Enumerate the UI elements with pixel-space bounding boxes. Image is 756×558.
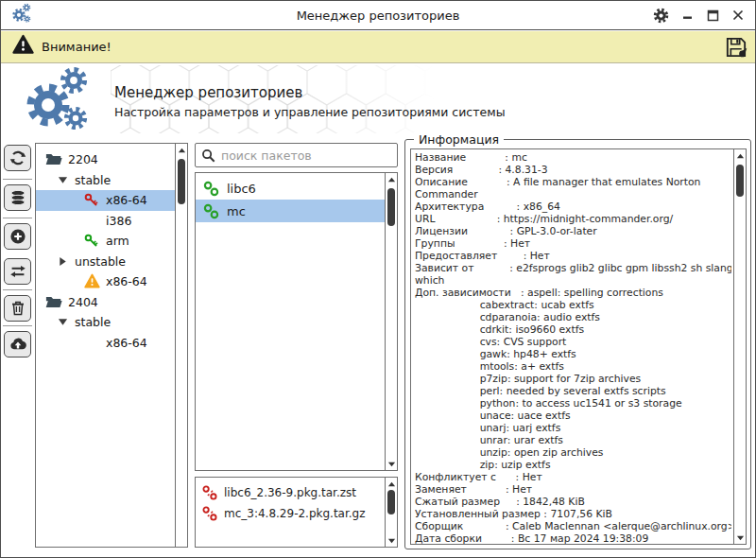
chain-link-icon xyxy=(203,203,219,219)
package-file-list: libc6_2.36-9.pkg.tar.zst mc_3:4.8.29-2.p… xyxy=(195,477,398,548)
add-icon xyxy=(9,228,26,245)
key-red-icon xyxy=(83,193,100,208)
tree-item-2204[interactable]: 2204 xyxy=(36,149,175,170)
upload-button[interactable] xyxy=(4,331,31,357)
package-search xyxy=(195,143,398,167)
info-group: Информация Название : mc Версия : 4.8.31… xyxy=(404,139,751,549)
minimize-button[interactable] xyxy=(682,9,694,21)
refresh-button[interactable] xyxy=(4,145,31,171)
scroll-up-arrow[interactable] xyxy=(734,150,746,162)
folder-open-icon xyxy=(45,294,62,309)
header: Менеджер репозиториев Настройка параметр… xyxy=(1,63,755,135)
repository-tree: 2204 stable x86-64 i386 arm unstable x86… xyxy=(35,143,188,548)
package-list: libc6 mc xyxy=(195,172,398,471)
tree-item-unstable[interactable]: unstable xyxy=(36,252,175,272)
scroll-thumb[interactable] xyxy=(387,188,395,226)
scroll-up-arrow[interactable] xyxy=(386,479,397,490)
key-green-icon xyxy=(83,234,100,249)
transfer-icon xyxy=(9,263,26,280)
caret-right-icon[interactable] xyxy=(57,255,68,267)
toolbar-separator xyxy=(3,179,32,180)
warning-label: Внимание! xyxy=(42,40,112,54)
scroll-down-arrow[interactable] xyxy=(386,534,397,546)
tree-item-x86-64-warn[interactable]: x86-64 xyxy=(36,271,175,292)
tree-item-stable[interactable]: stable xyxy=(36,170,175,191)
folder-open-icon xyxy=(45,152,62,167)
scroll-thumb[interactable] xyxy=(736,165,744,197)
tree-item-2404[interactable]: 2404 xyxy=(36,292,175,313)
tree-item-x86-64[interactable]: x86-64 xyxy=(36,190,175,211)
broken-link-icon xyxy=(202,485,217,500)
info-scrollbar xyxy=(733,149,746,544)
search-icon xyxy=(201,148,215,163)
settings-gear-icon[interactable] xyxy=(653,8,669,24)
broken-link-icon xyxy=(202,506,217,521)
package-item-mc[interactable]: mc xyxy=(196,200,385,222)
upload-icon xyxy=(9,336,26,353)
close-button[interactable] xyxy=(732,9,744,21)
maximize-button[interactable] xyxy=(707,9,719,22)
page-subtitle: Настройка параметров и управление репози… xyxy=(114,105,506,119)
transfer-button[interactable] xyxy=(4,258,31,285)
tree-item-i386[interactable]: i386 xyxy=(36,211,175,232)
tree-item-stable-2404[interactable]: stable xyxy=(36,312,175,333)
warning-triangle-icon xyxy=(12,34,34,60)
toolbar-separator xyxy=(3,289,32,290)
info-group-legend: Информация xyxy=(414,132,504,147)
file-item-mc[interactable]: mc_3:4.8.29-2.pkg.tar.gz xyxy=(196,503,385,524)
add-button[interactable] xyxy=(4,223,31,250)
tree-scrollbar xyxy=(175,144,187,547)
file-item-libc6[interactable]: libc6_2.36-9.pkg.tar.zst xyxy=(196,482,385,503)
scroll-down-arrow[interactable] xyxy=(386,458,397,469)
app-window: Менеджер репозиториев Внимание! xyxy=(0,0,756,558)
warning-bar: Внимание! xyxy=(1,31,755,63)
save-icon[interactable] xyxy=(725,36,747,59)
tree-item-arm[interactable]: arm xyxy=(36,231,175,252)
trash-icon xyxy=(9,300,26,317)
logo-gears-icon xyxy=(18,67,99,137)
scroll-up-arrow[interactable] xyxy=(386,174,397,185)
database-button[interactable] xyxy=(4,184,31,211)
scroll-thumb[interactable] xyxy=(387,490,395,514)
package-list-scrollbar xyxy=(385,173,397,470)
package-item-libc6[interactable]: libc6 xyxy=(196,177,385,200)
info-text-view: Название : mc Версия : 4.8.31-3 Описание… xyxy=(410,148,747,545)
file-list-scrollbar xyxy=(385,478,397,547)
caret-down-icon[interactable] xyxy=(57,317,68,328)
titlebar: Менеджер репозиториев xyxy=(1,1,755,30)
scroll-up-arrow[interactable] xyxy=(176,145,187,156)
database-icon xyxy=(9,189,26,206)
scroll-thumb[interactable] xyxy=(178,159,185,204)
delete-button[interactable] xyxy=(4,295,31,322)
toolbar-separator xyxy=(3,218,32,218)
package-info: Название : mc Версия : 4.8.31-3 Описание… xyxy=(415,151,731,544)
search-input[interactable] xyxy=(221,148,391,163)
app-gears-icon xyxy=(10,2,33,28)
chain-link-icon xyxy=(203,181,219,197)
page-title: Менеджер репозиториев xyxy=(114,84,302,101)
toolbar-separator xyxy=(3,325,32,326)
refresh-icon xyxy=(9,149,26,166)
tree-item-x86-64-2404[interactable]: x86-64 xyxy=(36,333,175,354)
scroll-down-arrow[interactable] xyxy=(734,532,746,543)
caret-down-icon[interactable] xyxy=(57,174,68,185)
window-title: Менеджер репозиториев xyxy=(1,9,755,23)
warning-icon xyxy=(83,274,100,289)
